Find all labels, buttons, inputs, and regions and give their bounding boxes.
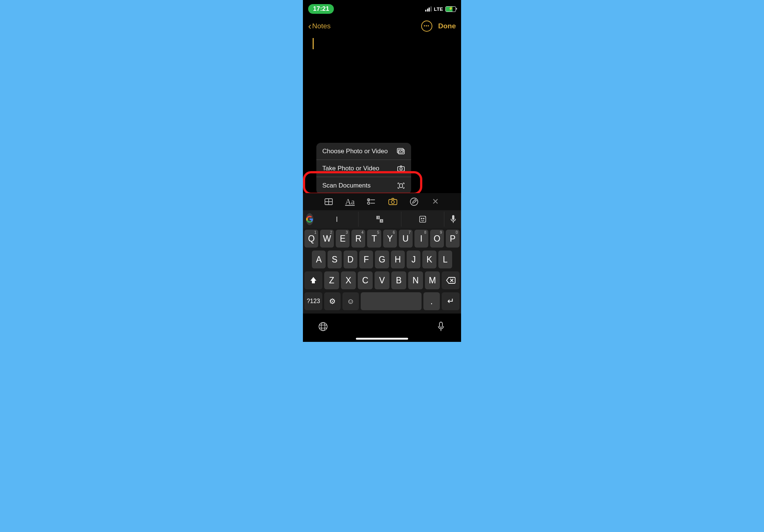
menu-item-label: Take Photo or Video xyxy=(322,165,379,172)
signal-bars-icon xyxy=(425,6,432,12)
key-y[interactable]: Y6 xyxy=(383,230,397,248)
menu-item-scan-documents[interactable]: Scan Documents xyxy=(316,177,411,194)
key-z[interactable]: Z xyxy=(324,271,339,289)
key-s[interactable]: S xyxy=(328,251,341,268)
key-k[interactable]: K xyxy=(422,251,436,268)
key-e[interactable]: E3 xyxy=(336,230,350,248)
svg-point-25 xyxy=(321,322,325,331)
menu-item-take-photo-video[interactable]: Take Photo or Video xyxy=(316,160,411,177)
keyboard-dictation-button[interactable] xyxy=(433,319,448,334)
key-x[interactable]: X xyxy=(341,271,356,289)
google-search-icon[interactable] xyxy=(306,213,313,225)
key-return[interactable]: ↵ xyxy=(442,292,460,310)
key-m[interactable]: M xyxy=(425,271,440,289)
key-r[interactable]: R4 xyxy=(351,230,365,248)
key-b[interactable]: B xyxy=(391,271,406,289)
key-settings[interactable]: ⚙ xyxy=(324,292,341,310)
more-options-button[interactable]: ••• xyxy=(421,21,432,32)
text-cursor xyxy=(313,38,314,49)
microphone-icon xyxy=(437,321,445,332)
key-l[interactable]: L xyxy=(438,251,452,268)
emoji-icon: ☺ xyxy=(347,297,354,306)
svg-rect-12 xyxy=(389,199,397,205)
key-f[interactable]: F xyxy=(359,251,373,268)
key-a[interactable]: A xyxy=(312,251,326,268)
keyboard-globe-button[interactable] xyxy=(316,319,331,334)
key-u[interactable]: U7 xyxy=(399,230,413,248)
svg-rect-28 xyxy=(439,322,442,327)
key-w[interactable]: W2 xyxy=(320,230,334,248)
svg-point-19 xyxy=(423,218,424,219)
camera-attachment-icon[interactable] xyxy=(387,196,398,207)
camera-icon xyxy=(397,164,405,173)
key-o[interactable]: O9 xyxy=(430,230,444,248)
key-n[interactable]: N xyxy=(408,271,423,289)
back-label: Notes xyxy=(312,22,331,30)
key-shift[interactable] xyxy=(304,271,322,289)
svg-text:A: A xyxy=(381,220,383,222)
key-v[interactable]: V xyxy=(375,271,389,289)
gear-icon: ⚙ xyxy=(329,297,336,306)
menu-item-label: Choose Photo or Video xyxy=(322,148,388,155)
scan-document-icon xyxy=(397,182,405,190)
phone-frame: 17:21 LTE ⚡ ‹ Notes ••• Done Cho xyxy=(303,0,461,342)
translate-icon: 文 A xyxy=(375,215,384,224)
globe-icon xyxy=(318,321,328,332)
microphone-icon xyxy=(450,215,457,224)
key-space[interactable] xyxy=(361,292,422,310)
close-toolbar-icon[interactable]: ✕ xyxy=(430,196,441,207)
sticker-icon xyxy=(419,215,427,223)
status-time-pill[interactable]: 17:21 xyxy=(308,4,334,14)
onscreen-keyboard: Q1 W2 E3 R4 T5 Y6 U7 I8 O9 P0 A S D F G … xyxy=(303,228,461,342)
key-c[interactable]: C xyxy=(358,271,373,289)
key-q[interactable]: Q1 xyxy=(304,230,318,248)
key-backspace[interactable] xyxy=(442,271,460,289)
key-j[interactable]: J xyxy=(407,251,420,268)
svg-point-18 xyxy=(421,218,422,219)
suggestion-word-0[interactable]: I xyxy=(316,212,358,227)
home-indicator[interactable] xyxy=(356,338,408,340)
suggestion-voice[interactable] xyxy=(444,212,461,227)
note-editor[interactable] xyxy=(303,34,461,54)
svg-text:文: 文 xyxy=(377,216,380,219)
svg-point-14 xyxy=(410,198,418,205)
battery-icon: ⚡ xyxy=(445,6,456,12)
key-d[interactable]: D xyxy=(344,251,357,268)
back-button[interactable]: ‹ Notes xyxy=(308,21,331,31)
shift-icon xyxy=(310,276,317,284)
network-label: LTE xyxy=(434,6,443,12)
svg-point-3 xyxy=(400,168,402,170)
notes-format-toolbar: Aa ✕ xyxy=(303,193,461,210)
key-p[interactable]: P0 xyxy=(446,230,460,248)
suggestion-sticker[interactable] xyxy=(401,212,444,227)
status-indicators: LTE ⚡ xyxy=(425,6,456,12)
menu-item-label: Scan Documents xyxy=(322,182,370,189)
table-icon[interactable] xyxy=(323,196,334,207)
checklist-icon[interactable] xyxy=(366,196,377,207)
key-g[interactable]: G xyxy=(375,251,389,268)
return-icon: ↵ xyxy=(447,296,454,306)
svg-point-13 xyxy=(391,201,394,204)
nav-bar: ‹ Notes ••• Done xyxy=(303,18,461,34)
status-bar: 17:21 LTE ⚡ xyxy=(303,0,461,18)
svg-point-10 xyxy=(367,202,370,204)
svg-rect-17 xyxy=(420,216,426,223)
done-button[interactable]: Done xyxy=(438,22,456,30)
menu-item-choose-photo-video[interactable]: Choose Photo or Video xyxy=(316,143,411,160)
svg-rect-4 xyxy=(400,184,403,188)
svg-rect-20 xyxy=(452,215,454,220)
key-period[interactable]: . xyxy=(423,292,440,310)
text-format-icon[interactable]: Aa xyxy=(344,196,356,207)
key-h[interactable]: H xyxy=(391,251,405,268)
svg-rect-2 xyxy=(398,167,404,171)
key-t[interactable]: T5 xyxy=(367,230,381,248)
markup-pen-icon[interactable] xyxy=(408,196,420,207)
backspace-icon xyxy=(446,277,455,284)
photo-library-icon xyxy=(397,147,405,155)
key-emoji[interactable]: ☺ xyxy=(342,292,359,310)
suggestion-translate[interactable]: 文 A xyxy=(358,212,401,227)
key-i[interactable]: I8 xyxy=(414,230,428,248)
keyboard-suggestion-bar: I 文 A xyxy=(303,210,461,228)
svg-point-24 xyxy=(319,322,327,331)
key-numbers[interactable]: ?123 xyxy=(304,292,322,310)
